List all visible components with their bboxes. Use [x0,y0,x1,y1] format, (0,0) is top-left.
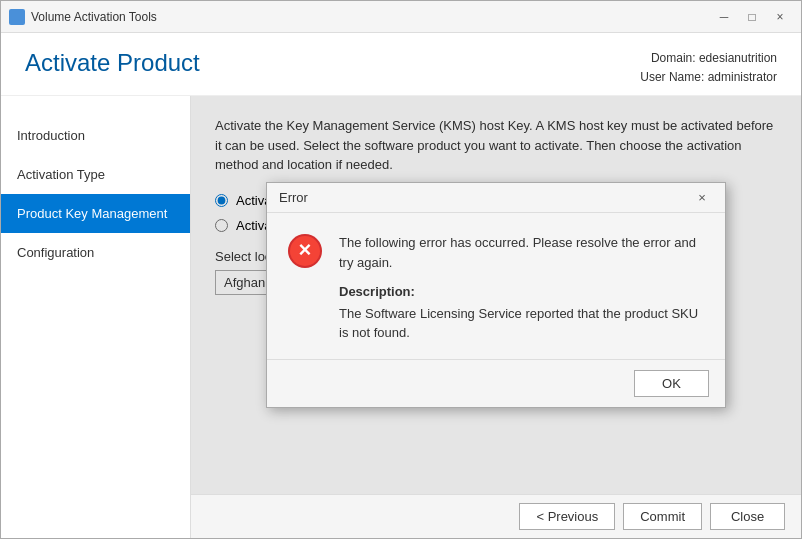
dialog-close-button[interactable]: × [691,188,713,208]
main-window: Volume Activation Tools ─ □ × Activate P… [0,0,802,539]
header-info: Domain: edesianutrition User Name: admin… [640,49,777,87]
previous-button[interactable]: < Previous [519,503,615,530]
sidebar-item-activation-type[interactable]: Activation Type [1,155,190,194]
sidebar-item-introduction[interactable]: Introduction [1,116,190,155]
sidebar-item-configuration[interactable]: Configuration [1,233,190,272]
main-content: Activate the Key Management Service (KMS… [191,96,801,494]
commit-button[interactable]: Commit [623,503,702,530]
sidebar-item-product-key-management[interactable]: Product Key Management [1,194,190,233]
app-icon [9,9,25,25]
error-dialog: Error × × The following error has [266,182,726,408]
error-icon: × [287,233,323,269]
main-panel: Activate the Key Management Service (KMS… [191,96,801,538]
window-close-button[interactable]: × [767,7,793,27]
dialog-title: Error [279,190,308,205]
dialog-footer: OK [267,359,725,407]
app-body: Introduction Activation Type Product Key… [1,96,801,538]
page-title: Activate Product [25,49,200,77]
svg-text:×: × [299,237,312,262]
dialog-body: × The following error has occurred. Plea… [267,213,725,359]
titlebar-buttons: ─ □ × [711,7,793,27]
dialog-message: The following error has occurred. Please… [339,233,705,343]
titlebar: Volume Activation Tools ─ □ × [1,1,801,33]
sidebar: Introduction Activation Type Product Key… [1,96,191,538]
header-area: Activate Product Domain: edesianutrition… [1,33,801,96]
dialog-description-text: The Software Licensing Service reported … [339,304,705,343]
dialog-message-text: The following error has occurred. Please… [339,233,705,272]
user-info: User Name: administrator [640,68,777,87]
maximize-button[interactable]: □ [739,7,765,27]
dialog-description-label: Description: [339,282,705,302]
dialog-overlay: Error × × The following error has [191,96,801,494]
minimize-button[interactable]: ─ [711,7,737,27]
close-button[interactable]: Close [710,503,785,530]
dialog-ok-button[interactable]: OK [634,370,709,397]
titlebar-left: Volume Activation Tools [9,9,157,25]
footer: < Previous Commit Close [191,494,801,538]
domain-info: Domain: edesianutrition [640,49,777,68]
window-title: Volume Activation Tools [31,10,157,24]
dialog-titlebar: Error × [267,183,725,213]
